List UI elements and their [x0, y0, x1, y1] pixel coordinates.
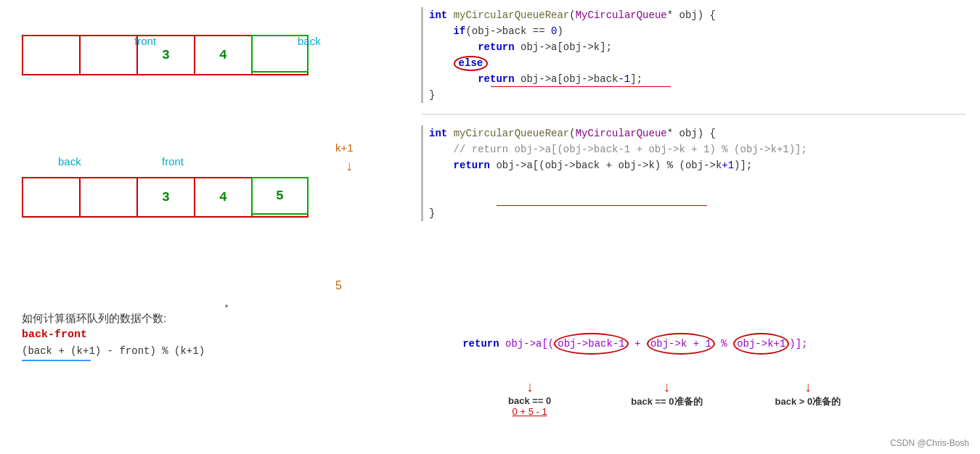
code-line-1-6: } — [429, 87, 965, 103]
bottom-text-section: 如何计算循环队列的数据个数: back-front (back + (k+1) … — [22, 312, 205, 361]
left-panel: front back 3 4 k+1 ↓ back front 3 4 5 — [0, 0, 407, 454]
chinese-label: 如何计算循环队列的数据个数: — [22, 312, 205, 326]
k-plus-1-label: k+1 — [335, 141, 354, 154]
label-front-second: front — [162, 155, 184, 168]
page-container: front back 3 4 k+1 ↓ back front 3 4 5 — [0, 0, 980, 454]
formula-black: (back + (k+1) - front) % (k+1) — [22, 345, 205, 357]
code-line-1-1: int myCircularQueueRear(MyCircularQueue*… — [429, 7, 965, 23]
cell-1-1 — [23, 36, 81, 74]
cell-2-3: 3 — [138, 178, 195, 216]
underline-return — [491, 86, 671, 88]
annotation-3: ↓ back > 0准备的 — [775, 381, 841, 417]
ann-label-3: back > 0准备的 — [775, 395, 841, 408]
cell-2-5: 5 — [251, 177, 309, 215]
watermark: CSDN @Chris-Bosh — [890, 438, 969, 448]
cell-2-4: 4 — [195, 178, 253, 216]
right-panel: int myCircularQueueRear(MyCircularQueue*… — [407, 0, 980, 454]
code-line-2-4: } — [429, 205, 965, 221]
annotation-2: ↓ back == 0准备的 — [631, 381, 702, 417]
ann-arrow-3: ↓ — [804, 381, 812, 395]
code-line-1-4: else — [429, 55, 965, 71]
code-line-1-3: return obj->a[obj->k]; — [429, 39, 965, 55]
down-arrow: ↓ — [345, 158, 354, 175]
number-5: 5 — [335, 279, 342, 292]
code-block-2: int myCircularQueueRear(MyCircularQueue*… — [421, 125, 965, 221]
bottom-formula-line: return obj->a[(obj->back-1 + obj->k + 1 … — [414, 315, 973, 372]
diagram-2: back front 3 4 5 — [22, 177, 385, 218]
code-line-1-5: return obj->a[obj->back-1]; — [429, 71, 965, 87]
annotation-1: ↓ back == 0 0 + 5 - 1 — [508, 381, 551, 417]
cell-2-2 — [81, 178, 138, 216]
ann-label-2: back == 0准备的 — [631, 395, 702, 408]
label-back-second: back — [58, 155, 81, 168]
code-line-2-2: // return obj->a[(obj->back-1 + obj->k +… — [429, 141, 965, 157]
cell-2-1 — [23, 178, 81, 216]
code-line-1-2: if(obj->back == 0) — [429, 23, 965, 39]
annotations-container: ↓ back == 0 0 + 5 - 1 ↓ back == 0准备的 ↓ b… — [508, 381, 980, 417]
formula-red: back-front — [22, 329, 205, 341]
ann-arrow-2: ↓ — [662, 381, 671, 395]
ann-arrow-1: ↓ — [526, 381, 534, 395]
divider-1 — [421, 114, 965, 115]
code-block-1: int myCircularQueueRear(MyCircularQueue*… — [421, 7, 965, 103]
label-back-top: back — [298, 35, 321, 47]
underline-formula2 — [497, 205, 707, 207]
ann-formula-1: 0 + 5 - 1 — [513, 406, 547, 417]
cell-1-4: 4 — [195, 36, 253, 74]
code-line-2-3: return obj->a[(obj->back + obj->k) % (ob… — [429, 157, 965, 205]
code-line-2-1: int myCircularQueueRear(MyCircularQueue*… — [429, 125, 965, 141]
label-front-top: front — [134, 35, 156, 47]
cell-1-2 — [81, 36, 138, 74]
dot-decoration — [225, 305, 228, 308]
ann-label-1: back == 0 — [508, 395, 551, 406]
diagram-1: front back 3 4 — [22, 35, 385, 75]
bottom-formula-section: return obj->a[(obj->back-1 + obj->k + 1 … — [414, 315, 973, 417]
underline-blue — [22, 360, 91, 361]
